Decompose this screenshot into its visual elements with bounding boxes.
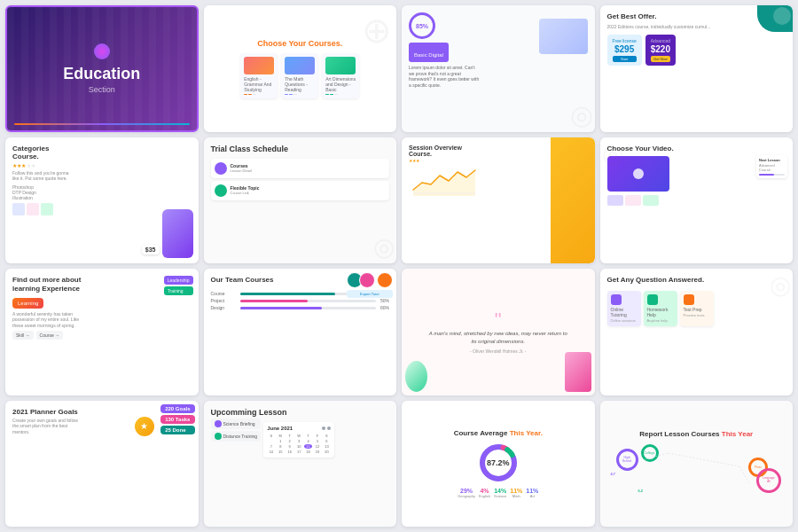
hero-circle-deco [94,43,110,59]
slide-stats: ◎ 85% Basic Digital Lorem ipsum dolor si… [402,5,595,132]
tag-training[interactable]: Training [164,286,193,295]
slide-choose-video: ◎ Choose Your Video. Next Lesson Advance… [600,137,794,264]
avatar-2 [359,272,375,288]
slide-course-average: Course Average This Year. 87.2% 29% Geog… [402,401,595,528]
offer-title: Get Best Offer. [607,12,786,20]
slide-get-answer: ◎ Get Any Question Answered. Online Tuto… [600,269,794,395]
avatar-3 [377,272,393,288]
stat-1: Skill → [12,331,34,340]
session-image [551,137,595,264]
free-price: $295 [613,44,637,54]
session-title: Session OverviewCourse. [409,145,480,157]
course-label-3: Art Dimensions and Design - Basic [325,76,356,92]
quote-author: - Oliver Wendell Holmes Jr. - [470,348,527,354]
team-label: Expert Tutor [347,290,393,298]
planner-badges: 220 Goals 130 Tasks 25 Done [160,404,194,434]
tutoring-label: Online Tutoring [611,307,638,317]
free-price-card[interactable]: Free license $295 Start [607,35,642,66]
prog-label-3: Design [211,305,238,310]
schedule-item-1[interactable]: Courses Lesson Detail [211,159,390,178]
val-high-school: 4.7 [611,472,616,476]
homework-label: Homework Help [647,307,674,317]
badge-25: 25 Done [160,426,194,434]
schedule-icon-1 [215,162,227,175]
prog-fill-3 [240,307,322,309]
avg-stat-4: 11% Math [510,488,522,498]
course-card-1[interactable]: English - Grammar And Studying [240,53,278,98]
course-card-3[interactable]: Art Dimensions and Design - Basic [322,53,359,98]
goal-star: ★ [135,417,154,436]
trial-title: Trial Class Schedule [211,145,289,153]
adv-price-card[interactable]: Advanced $220 Get Now [645,35,676,66]
calendar-nav[interactable] [322,426,331,430]
schedule-item-2[interactable]: Flexible Topic Course Link [211,181,390,200]
course-img-1 [244,57,274,74]
answer-card-tutoring[interactable]: Online Tutoring Online sessions [607,291,641,326]
hero-subtitle: Section [63,85,140,94]
connection-lines [607,440,786,497]
thumb-2[interactable] [625,195,641,206]
answer-card-test[interactable]: Test Prep Practice tests [680,291,714,326]
video-thumbnail[interactable] [607,156,669,192]
categories-content: CategoriesCourse. ★★★★★ Follow this and … [12,145,74,215]
next-dot[interactable] [327,426,331,430]
thumb-3[interactable] [643,195,659,206]
quote-image-right [565,352,591,392]
slide-education-hero[interactable]: Education Section [5,5,199,132]
session-stars: ★★★ [409,158,480,163]
avg-stat-2: 4% English [479,488,490,498]
course-img-3 [325,57,356,74]
prog-val-3: 60% [380,305,389,310]
lesson-item-1[interactable]: Science Briefing [211,419,262,429]
calendar-header: June 2021 [267,426,331,431]
learning-badge[interactable]: Learning [12,298,43,309]
answer-card-homework[interactable]: Homework Help Anytime help [644,291,677,326]
svg-line-6 [668,453,739,466]
team-avatars: Expert Tutor [347,272,393,298]
prog-fill-1 [240,293,335,295]
stat-circle: 85% [409,12,435,39]
planner-desc: Create your own goals and follow the sma… [12,418,83,435]
tag-leadership[interactable]: Leadership [164,276,193,285]
free-label: Free license [613,38,637,43]
session-content: Session OverviewCourse. ★★★ [409,145,480,200]
test-desc: Practice tests [684,313,710,317]
hero-bar [14,123,190,125]
thumb-1[interactable] [607,195,623,206]
categories-desc: Follow this and you're gonna like it. Pu… [12,170,74,182]
stat-2: Course → [36,331,64,340]
free-btn[interactable]: Start [613,56,637,62]
phone-mockup [162,209,193,258]
adv-btn[interactable]: Get Now [651,56,670,62]
course-img-2 [285,57,315,74]
team-title: Our Team Courses [211,276,274,284]
course-card-2[interactable]: The Math Questions - Reading [281,53,318,98]
play-button[interactable] [633,168,644,179]
report-title: Report Lesson Courses This Year [639,430,753,438]
lesson-list: Science Briefing Distance Training [211,419,262,442]
learning-tags: Leadership Training [164,276,193,295]
lesson-icon-1 [215,420,222,427]
donut-center-text: 87.2% [487,458,510,467]
prog-fill-2 [240,300,309,302]
prog-bar-2 [240,300,376,302]
calendar: June 2021 SMTWTFS 123456 78910111213 141… [263,422,334,458]
avg-stat-3: 14% Science [494,488,506,498]
categories-title: CategoriesCourse. [12,145,74,160]
courses-title: Choose Your Courses. [257,39,342,48]
answer-cards: Online Tutoring Online sessions Homework… [607,291,714,326]
average-stats: 29% Geography 4% English 14% Science 11%… [458,488,538,498]
lesson-icon-2 [215,433,222,440]
stats-content: 85% Basic Digital Lorem ipsum dolor sit … [409,12,480,88]
prev-dot[interactable] [322,426,325,430]
quote-text: A man's mind, stretched by new ideas, ma… [428,330,568,346]
avg-stat-5: 11% Art [526,488,538,498]
price-badge: $35 [142,245,160,254]
badge-130: 130 Tasks [160,415,194,424]
slides-grid: Education Section ⊕ Choose Your Courses.… [0,0,798,532]
upcoming-content: Science Briefing Distance Training June … [211,419,390,458]
answer-title: Get Any Question Answered. [607,276,705,284]
adv-label: Advanced [651,38,670,43]
slide-trial-class: ◎ Trial Class Schedule Courses Lesson De… [204,137,397,264]
lesson-item-2[interactable]: Distance Training [211,431,262,442]
